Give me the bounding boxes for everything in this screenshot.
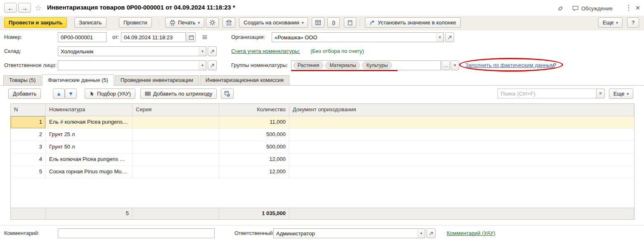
cell-series[interactable] (133, 166, 219, 178)
cell-nomenclature[interactable]: Сосна горная Pinus mugo Mu… (46, 166, 133, 178)
chevron-down-icon[interactable]: ▾ (199, 61, 206, 70)
move-up-button[interactable]: ▲ (53, 89, 65, 99)
comment-input[interactable] (58, 229, 214, 238)
cell-quantity[interactable]: 500,000 (219, 129, 289, 141)
cell-receipt-doc[interactable] (289, 153, 634, 165)
calculator-button[interactable] (344, 17, 356, 28)
write-button[interactable]: Записать (74, 17, 107, 28)
post-button[interactable]: Провести (119, 17, 152, 28)
table-row[interactable]: 3 Грунт 50 л 500,000 (11, 141, 634, 153)
cell-receipt-doc[interactable] (289, 166, 634, 178)
back-button[interactable]: ← (4, 3, 17, 13)
pick-button[interactable]: Подбор (УАУ) (85, 89, 135, 99)
tab-inventory-processing[interactable]: Проведение инвентаризации (115, 75, 199, 85)
table-row[interactable]: 2 Грунт 25 л 500,000 (11, 129, 634, 141)
fill-by-actual-help-icon[interactable]: ? (553, 60, 556, 70)
responsible-field[interactable]: ▾ (273, 228, 425, 238)
fill-by-actual-data-link[interactable]: Заполнить по фактическим данным (465, 60, 554, 70)
add-by-barcode-button[interactable]: Добавить по штрихкоду (140, 89, 217, 99)
settings-button[interactable] (206, 17, 219, 28)
cell-nomenclature[interactable]: Ель # колючая Picea pungens… (46, 116, 133, 128)
favorite-star-icon[interactable]: ☆ (35, 3, 42, 13)
responsible-person-field[interactable]: ▾ (58, 60, 206, 70)
clear-icon: × (599, 91, 602, 96)
comment-field[interactable] (58, 228, 215, 238)
cell-quantity[interactable]: 12,000 (219, 153, 289, 165)
discussion-button[interactable]: Обсуждение (570, 4, 615, 13)
column-header-n[interactable]: N (11, 104, 46, 116)
column-header-nomenclature[interactable]: Номенклатура (46, 104, 133, 116)
cell-receipt-doc[interactable] (289, 129, 634, 141)
cell-series[interactable] (133, 129, 219, 141)
warehouse-field[interactable]: ▾ (58, 46, 206, 56)
chevron-down-icon[interactable]: ▾ (417, 229, 425, 238)
add-row-button[interactable]: Добавить (8, 89, 41, 99)
more-button[interactable]: Еще ▾ (598, 17, 623, 28)
post-and-close-button[interactable]: Провести и закрыть (4, 17, 67, 28)
warehouse-open-button[interactable] (208, 46, 217, 56)
calendar-button[interactable] (187, 32, 196, 42)
chevron-down-icon[interactable]: ▾ (436, 33, 443, 42)
column-header-quantity[interactable]: Количество (219, 104, 289, 116)
column-header-series[interactable]: Серия (133, 104, 219, 116)
cell-n[interactable]: 2 (11, 129, 46, 141)
search-input[interactable] (497, 89, 597, 98)
tab-goods[interactable]: Товары (5) (3, 75, 41, 85)
responsible-input[interactable] (274, 229, 425, 238)
help-button[interactable]: ? (627, 17, 639, 28)
comment-uau-link[interactable]: Комментарий (УАУ) (447, 228, 495, 238)
organization-open-button[interactable] (445, 32, 454, 42)
reports-button[interactable] (312, 17, 324, 28)
table-row[interactable]: 5 Сосна горная Pinus mugo Mu… 12,000 (11, 166, 634, 178)
search-clear-button[interactable]: × (596, 89, 605, 98)
cell-receipt-doc[interactable] (289, 141, 634, 153)
table-header-row: N Номенклатура Серия Количество Документ… (11, 104, 634, 116)
print-button[interactable]: Печать ▾ (165, 17, 204, 28)
get-link-button[interactable] (555, 4, 566, 13)
number-input[interactable] (58, 33, 106, 42)
grid-more-button[interactable]: Еще ▾ (609, 89, 633, 99)
cell-receipt-doc[interactable] (289, 116, 634, 128)
create-based-on-button[interactable]: Создать на основании ▾ (239, 17, 308, 28)
cell-series[interactable] (133, 153, 219, 165)
main-section-button[interactable] (223, 17, 235, 28)
cell-nomenclature[interactable]: Ель колючая Picea pungens … (46, 153, 133, 165)
date-field[interactable] (121, 32, 186, 42)
responsible-person-open-button[interactable] (208, 60, 217, 70)
cell-n[interactable]: 1 (11, 116, 46, 128)
cell-n[interactable]: 5 (11, 166, 46, 178)
cell-series[interactable] (133, 141, 219, 153)
responsible-open-button[interactable] (426, 228, 436, 238)
responsible-person-input[interactable] (58, 61, 206, 70)
cell-n[interactable]: 3 (11, 141, 46, 153)
cell-series[interactable] (133, 116, 219, 128)
groups-clear-button[interactable]: × (451, 60, 459, 70)
organization-input[interactable] (272, 33, 443, 42)
nomenclature-accounts-link[interactable]: Счета учета номенклатуры: (231, 46, 300, 56)
chevron-down-icon[interactable]: ▾ (199, 47, 206, 56)
forward-button[interactable]: → (18, 3, 31, 13)
set-column-value-button[interactable]: Установить значение в колонке (365, 17, 461, 28)
column-header-receipt-doc[interactable]: Документ оприходования (289, 104, 634, 116)
number-field[interactable] (58, 32, 107, 42)
tab-inventory-commission[interactable]: Инвентаризационная комиссия (200, 75, 289, 85)
tab-actual-data[interactable]: Фактические данные (5) (42, 74, 114, 86)
attachments-button[interactable] (327, 17, 340, 28)
cell-n[interactable]: 4 (11, 153, 46, 165)
groups-select-button[interactable]: ... (442, 60, 450, 70)
cell-nomenclature[interactable]: Грунт 50 л (46, 141, 133, 153)
move-down-button[interactable]: ▼ (65, 89, 77, 99)
date-options-button[interactable] (199, 33, 210, 42)
organization-field[interactable]: ▾ (272, 32, 444, 42)
nomenclature-groups-field[interactable]: Растения Материалы Культуры (291, 60, 441, 70)
cell-quantity[interactable]: 11,000 (219, 116, 289, 128)
table-row[interactable]: 1 Ель # колючая Picea pungens… 11,000 (11, 116, 634, 129)
cell-quantity[interactable]: 500,000 (219, 141, 289, 153)
close-button[interactable]: ✕ (633, 3, 643, 12)
cell-quantity[interactable]: 12,000 (219, 166, 289, 178)
date-input[interactable] (121, 33, 185, 42)
table-row[interactable]: 4 Ель колючая Picea pungens … 12,000 (11, 153, 634, 166)
warehouse-input[interactable] (58, 47, 206, 56)
fill-table-button[interactable] (221, 89, 234, 99)
cell-nomenclature[interactable]: Грунт 25 л (46, 129, 133, 141)
